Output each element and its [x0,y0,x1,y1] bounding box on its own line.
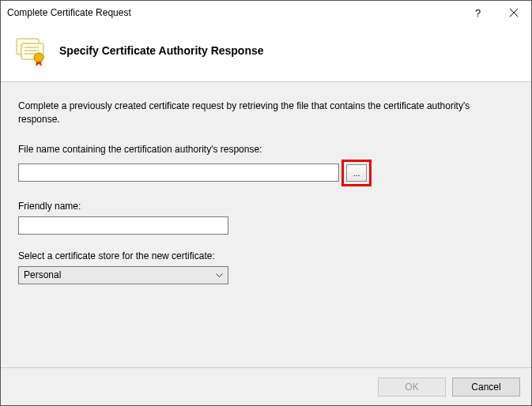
dialog-footer: OK Cancel [1,367,531,405]
dialog-header: Specify Certificate Authority Response [1,24,531,82]
cancel-button[interactable]: Cancel [452,378,520,397]
chevron-down-icon [216,271,223,280]
help-button[interactable]: ? [460,1,496,24]
close-button[interactable] [496,1,531,24]
file-name-label: File name containing the certification a… [18,144,514,155]
file-name-input[interactable] [18,164,339,182]
certificate-store-label: Select a certificate store for the new c… [18,250,514,261]
certificate-icon [15,34,48,67]
friendly-name-label: Friendly name: [18,201,514,212]
file-name-row: ... [18,160,514,186]
ok-label: OK [405,382,418,393]
ellipsis-icon: ... [353,168,360,178]
page-title: Specify Certificate Authority Response [59,44,264,57]
browse-button[interactable]: ... [346,164,367,182]
cancel-label: Cancel [471,382,500,393]
certificate-store-select[interactable]: Personal [18,266,228,284]
browse-highlight: ... [341,160,372,186]
ok-button[interactable]: OK [378,378,446,397]
dialog-window: Complete Certificate Request ? Specify C… [0,0,532,406]
titlebar: Complete Certificate Request ? [1,1,531,24]
svg-point-7 [34,53,43,62]
window-title: Complete Certificate Request [7,7,460,18]
select-value: Personal [24,269,61,280]
close-icon [510,9,518,17]
dialog-content: Complete a previously created certificat… [1,82,531,367]
description-text: Complete a previously created certificat… [18,100,504,126]
friendly-name-input[interactable] [18,216,228,235]
help-icon: ? [475,7,481,19]
